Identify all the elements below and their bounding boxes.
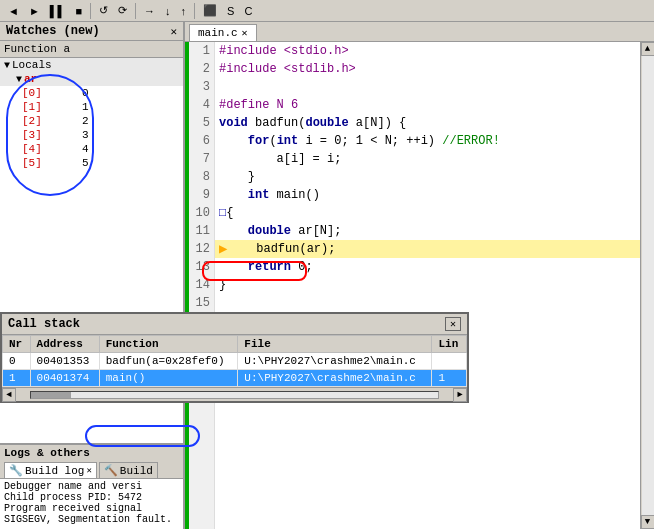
line-num-5: 5 bbox=[189, 114, 214, 132]
line-num-11: 11 bbox=[189, 222, 214, 240]
locals-header[interactable]: ▼ Locals bbox=[0, 58, 183, 72]
vscroll-track[interactable] bbox=[642, 56, 654, 515]
toolbar-btn-1[interactable]: ◄ bbox=[4, 3, 23, 19]
build-log-tab-close[interactable]: ✕ bbox=[86, 465, 91, 476]
main-toolbar: ◄ ► ▌▌ ■ ↺ ⟳ → ↓ ↑ ⬛ S C bbox=[0, 0, 654, 22]
main-c-tab[interactable]: main.c ✕ bbox=[189, 24, 257, 41]
code-line-13: return 0; bbox=[215, 258, 640, 276]
col-function: Function bbox=[99, 336, 238, 353]
ar-index-4: [4] bbox=[20, 142, 80, 156]
line-num-12: 12 bbox=[189, 240, 214, 258]
code-line-5: void badfun(double a[N]) { bbox=[215, 114, 640, 132]
callstack-header-row: Nr Address Function File Lin bbox=[3, 336, 467, 353]
line-num-14: 14 bbox=[189, 276, 214, 294]
toolbar-btn-10[interactable]: ⬛ bbox=[199, 2, 221, 19]
line-num-4: 4 bbox=[189, 96, 214, 114]
editor-vscrollbar[interactable]: ▲ ▼ bbox=[640, 42, 654, 529]
ar-index-3: [3] bbox=[20, 128, 80, 142]
toolbar-btn-6[interactable]: ⟳ bbox=[114, 2, 131, 19]
line-num-3: 3 bbox=[189, 78, 214, 96]
build-icon: 🔨 bbox=[104, 464, 118, 477]
locals-expand-icon: ▼ bbox=[4, 60, 10, 71]
col-line: Lin bbox=[432, 336, 467, 353]
line-numbers: 1 2 3 4 5 6 7 8 9 10 11 12 13 14 15 bbox=[185, 42, 215, 529]
cs0-function: badfun(a=0x28fef0) bbox=[99, 353, 238, 370]
callstack-hscrollbar[interactable]: ◄ ► bbox=[2, 387, 467, 401]
build-log-tab-label: Build log bbox=[25, 465, 84, 477]
callstack-panel: Call stack ✕ Nr Address Function File Li… bbox=[0, 312, 469, 403]
ar-index-2: [2] bbox=[20, 114, 80, 128]
ar-value-2: 2 bbox=[80, 114, 120, 128]
toolbar-btn-12[interactable]: C bbox=[240, 3, 256, 19]
watches-header: Watches (new) ✕ bbox=[0, 22, 183, 41]
callstack-close-btn[interactable]: ✕ bbox=[445, 317, 461, 331]
watches-panel: Watches (new) ✕ Function a ▼ Locals ▼ ar bbox=[0, 22, 185, 529]
code-content[interactable]: #include <stdio.h> #include <stdlib.h> #… bbox=[215, 42, 640, 529]
build-log-tab[interactable]: 🔧 Build log ✕ bbox=[4, 462, 97, 478]
ar-value-5: 5 bbox=[80, 156, 120, 170]
line-num-10: 10 bbox=[189, 204, 214, 222]
cs1-function: main() bbox=[99, 370, 238, 387]
ar-item-4: [4] 4 bbox=[0, 142, 183, 156]
line-num-9: 9 bbox=[189, 186, 214, 204]
callstack-row-1[interactable]: 1 00401374 main() U:\PHY2027\crashme2\ma… bbox=[3, 370, 467, 387]
function-tab-label: Function a bbox=[4, 43, 70, 55]
code-line-8: } bbox=[215, 168, 640, 186]
toolbar-btn-2[interactable]: ► bbox=[25, 3, 44, 19]
build-tab-label: Build bbox=[120, 465, 153, 477]
cs0-line bbox=[432, 353, 467, 370]
cs0-file: U:\PHY2027\crashme2\main.c bbox=[238, 353, 432, 370]
line-num-7: 7 bbox=[189, 150, 214, 168]
log-line-0: Debugger name and versi bbox=[4, 481, 179, 492]
cs1-line: 1 bbox=[432, 370, 467, 387]
vscroll-down[interactable]: ▼ bbox=[641, 515, 655, 529]
ar-value-4: 4 bbox=[80, 142, 120, 156]
main-c-tab-label: main.c bbox=[198, 27, 238, 39]
callstack-title: Call stack bbox=[8, 317, 80, 331]
build-tab[interactable]: 🔨 Build bbox=[99, 462, 158, 478]
ar-header[interactable]: ▼ ar bbox=[0, 72, 183, 86]
code-line-4: #define N 6 bbox=[215, 96, 640, 114]
toolbar-btn-3[interactable]: ▌▌ bbox=[46, 3, 70, 19]
cs0-nr: 0 bbox=[3, 353, 31, 370]
hscroll-thumb[interactable] bbox=[31, 392, 71, 398]
main-c-tab-close[interactable]: ✕ bbox=[242, 27, 248, 39]
code-line-2: #include <stdlib.h> bbox=[215, 60, 640, 78]
hscroll-track[interactable] bbox=[30, 391, 439, 399]
watches-close-btn[interactable]: ✕ bbox=[170, 25, 177, 38]
locals-label: Locals bbox=[12, 59, 52, 71]
line-num-1: 1 bbox=[189, 42, 214, 60]
toolbar-sep-3 bbox=[194, 3, 195, 19]
code-line-9: int main() bbox=[215, 186, 640, 204]
toolbar-btn-5[interactable]: ↺ bbox=[95, 2, 112, 19]
cs1-nr: 1 bbox=[3, 370, 31, 387]
code-line-7: a[i] = i; bbox=[215, 150, 640, 168]
vscroll-up[interactable]: ▲ bbox=[641, 42, 655, 56]
toolbar-sep-1 bbox=[90, 3, 91, 19]
code-line-6: for(int i = 0; 1 < N; ++i) //ERROR! bbox=[215, 132, 640, 150]
toolbar-btn-4[interactable]: ■ bbox=[71, 3, 86, 19]
code-line-1: #include <stdio.h> bbox=[215, 42, 640, 60]
editor-area: main.c ✕ 1 2 3 4 5 6 7 8 9 10 11 12 13 bbox=[185, 22, 654, 529]
green-margin-bar bbox=[185, 42, 189, 529]
toolbar-btn-11[interactable]: S bbox=[223, 3, 238, 19]
log-line-1: Child process PID: 5472 bbox=[4, 492, 179, 503]
ar-index-0: [0] bbox=[20, 86, 80, 100]
hscroll-right[interactable]: ► bbox=[453, 388, 467, 402]
toolbar-btn-8[interactable]: ↓ bbox=[161, 3, 175, 19]
ar-value-3: 3 bbox=[80, 128, 120, 142]
line-num-13: 13 bbox=[189, 258, 214, 276]
build-log-icon: 🔧 bbox=[9, 464, 23, 477]
code-line-12: ▶ badfun(ar); bbox=[215, 240, 640, 258]
ar-item-1: [1] 1 bbox=[0, 100, 183, 114]
ar-value-1: 1 bbox=[80, 100, 120, 114]
line-num-15: 15 bbox=[189, 294, 214, 312]
callstack-row-0[interactable]: 0 00401353 badfun(a=0x28fef0) U:\PHY2027… bbox=[3, 353, 467, 370]
line-num-8: 8 bbox=[189, 168, 214, 186]
col-nr: Nr bbox=[3, 336, 31, 353]
hscroll-left[interactable]: ◄ bbox=[2, 388, 16, 402]
ar-index-5: [5] bbox=[20, 156, 80, 170]
toolbar-btn-7[interactable]: → bbox=[140, 3, 159, 19]
toolbar-btn-9[interactable]: ↑ bbox=[177, 3, 191, 19]
line-num-6: 6 bbox=[189, 132, 214, 150]
